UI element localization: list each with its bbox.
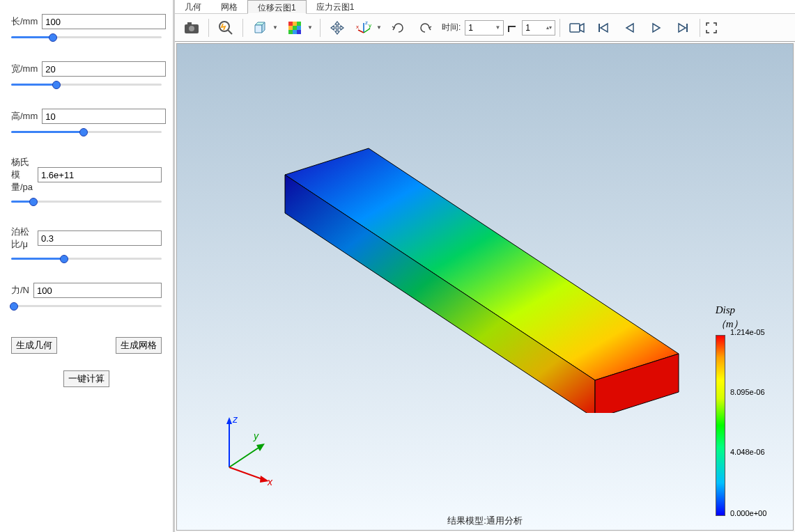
stop-button[interactable] [505,17,520,39]
label-youngs: 杨氏模量/pa [11,156,33,194]
frame-select[interactable]: 1▴▾ [522,20,555,36]
svg-rect-9 [293,22,297,26]
viewport-3d[interactable]: z y x Disp （m） 1.214e-05 8.095e-06 4.048… [176,43,794,531]
main-panel: 几何 网格 位移云图1 应力云图1 ▼ ▼ [175,0,795,532]
record-button[interactable] [564,17,589,39]
skip-first-icon [597,22,610,34]
fullscreen-button[interactable] [704,17,718,39]
slider-force[interactable] [11,305,162,307]
input-width[interactable] [42,61,166,77]
svg-marker-26 [601,24,608,32]
time-label: 时间: [439,22,463,33]
input-height[interactable] [42,109,166,124]
rotate-cw-icon [391,20,406,36]
param-height: 高/mm [11,109,162,124]
clip-dropdown-icon[interactable]: ▼ [272,24,281,31]
svg-line-38 [229,467,264,480]
input-force[interactable] [33,283,162,298]
svg-point-1 [189,26,194,31]
label-height: 高/mm [11,110,38,123]
tab-geometry[interactable]: 几何 [175,0,211,13]
chevron-down-icon: ▼ [495,24,500,31]
input-youngs[interactable] [38,167,162,182]
axis-triad: z y x [205,412,281,488]
legend-tick-2: 4.048e-06 [730,448,765,456]
tab-displacement[interactable]: 位移云图1 [247,0,307,14]
result-model-label: 结果模型:通用分析 [447,515,523,527]
axis-orientation-button[interactable]: z y x [351,17,376,39]
play-button[interactable] [644,17,669,39]
camera-icon [183,21,200,35]
label-width: 宽/mm [11,63,38,75]
svg-line-36 [229,446,261,467]
slider-youngs[interactable] [11,201,162,203]
first-frame-button[interactable] [591,17,616,39]
colormap-dropdown-icon[interactable]: ▼ [307,24,316,31]
param-youngs: 杨氏模量/pa [11,156,162,194]
tab-mesh[interactable]: 网格 [211,0,247,13]
label-poisson: 泊松比/μ [11,226,33,251]
slider-height[interactable] [11,131,162,133]
clip-plane-button[interactable] [247,17,272,39]
rotate-ccw-button[interactable] [412,17,438,39]
colormap-button[interactable] [282,17,307,39]
prev-frame-button[interactable] [617,17,642,39]
time-select[interactable]: 1▼ [465,20,504,36]
tab-stress[interactable]: 应力云图1 [307,0,364,13]
svg-rect-14 [288,30,293,34]
play-reverse-icon [624,22,636,34]
rotate-cw-button[interactable] [386,17,411,39]
zoom-fit-button[interactable] [213,17,238,39]
xyz-axes-icon: z y x [356,20,371,36]
gen-geometry-button[interactable]: 生成几何 [11,337,57,354]
compute-button[interactable]: 一键计算 [63,370,109,387]
rotate-ccw-icon [417,20,433,36]
svg-marker-6 [255,25,262,33]
slider-length[interactable] [11,36,162,38]
input-poisson[interactable] [38,230,162,246]
svg-marker-31 [285,148,679,380]
screenshot-button[interactable] [179,17,204,39]
svg-marker-29 [679,24,686,32]
svg-rect-10 [297,22,301,26]
svg-marker-37 [256,444,265,451]
cube-outline-icon [252,21,268,35]
spinner-icon: ▴▾ [546,24,552,31]
svg-rect-16 [297,30,301,34]
svg-rect-11 [288,26,293,30]
move-arrows-icon [330,20,345,36]
slider-poisson[interactable] [11,258,162,260]
param-length: 长/mm [11,14,162,29]
label-force: 力/N [11,284,29,297]
expand-icon [706,22,717,33]
svg-text:z: z [365,20,368,26]
label-length: 长/mm [11,15,38,28]
result-tabs: 几何 网格 位移云图1 应力云图1 [175,0,795,14]
svg-rect-12 [293,26,297,30]
stop-icon [507,22,518,33]
svg-line-19 [364,29,370,33]
input-length[interactable] [42,14,166,29]
time-value: 1 [468,23,473,33]
gen-mesh-button[interactable]: 生成网格 [116,337,162,354]
svg-rect-13 [297,26,301,30]
legend-tick-3: 0.000e+00 [730,509,766,517]
param-poisson: 泊松比/μ [11,226,162,251]
svg-rect-15 [293,30,297,34]
svg-marker-35 [226,417,232,424]
legend-tick-1: 8.095e-06 [730,388,765,396]
generate-buttons: 生成几何 生成网格 [11,337,162,354]
magnifier-bolt-icon [217,19,234,36]
viewer-toolbar: ▼ ▼ z y x ▼ 时间: 1▼ [175,14,795,42]
next-frame-button[interactable] [670,17,695,39]
pan-button[interactable] [325,17,350,39]
svg-rect-30 [686,24,688,32]
skip-last-icon [677,22,689,34]
legend-bar [716,335,725,516]
axis-x-label: x [267,476,273,487]
svg-line-21 [358,30,364,33]
slider-width[interactable] [11,84,162,86]
axis-dropdown-icon[interactable]: ▼ [376,24,385,31]
svg-rect-23 [570,24,580,32]
svg-rect-8 [288,22,293,26]
